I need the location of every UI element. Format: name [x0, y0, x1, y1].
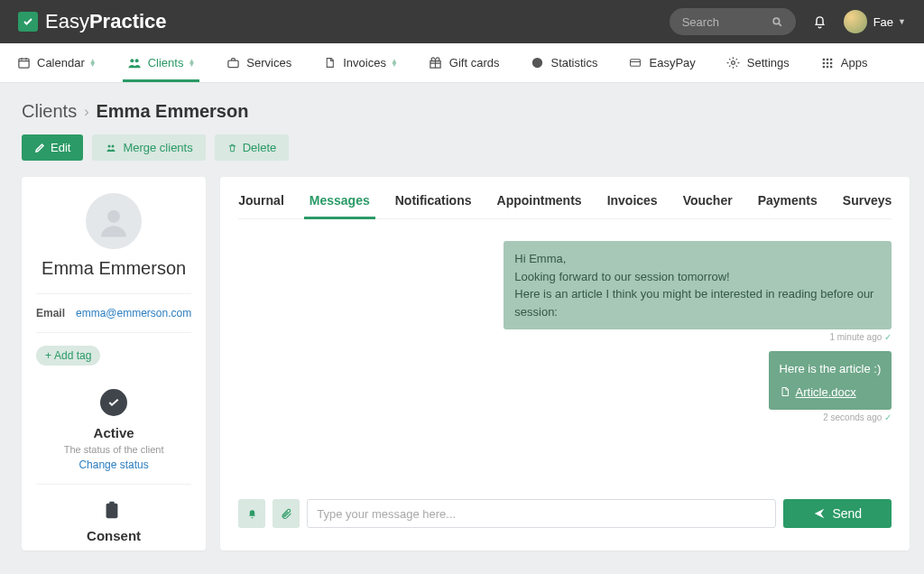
breadcrumb-root[interactable]: Clients — [22, 101, 77, 122]
tabs: Journal Messages Notifications Appointme… — [238, 188, 892, 219]
svg-point-7 — [732, 61, 735, 65]
email-label: Email — [36, 307, 76, 319]
logo[interactable]: EasyPractice — [18, 10, 167, 33]
sort-icon: ▲▼ — [89, 60, 97, 67]
svg-rect-4 — [228, 60, 238, 68]
piechart-icon — [530, 56, 544, 70]
nav-label: Apps — [841, 56, 868, 69]
nav-easypay[interactable]: EasyPay — [628, 43, 695, 82]
change-status-link[interactable]: Change status — [36, 458, 191, 471]
apps-icon — [820, 56, 835, 70]
nav-clients[interactable]: Clients ▲▼ — [127, 43, 196, 82]
nav-apps[interactable]: Apps — [820, 43, 868, 82]
add-tag-label: Add tag — [54, 349, 91, 362]
svg-point-17 — [108, 144, 111, 147]
send-label: Send — [832, 506, 862, 521]
nav-statistics[interactable]: Statistics — [530, 43, 597, 82]
merge-label: Merge clients — [123, 141, 192, 154]
tab-voucher[interactable]: Voucher — [683, 188, 733, 218]
svg-rect-15 — [827, 65, 828, 67]
delivered-check-icon: ✓ — [884, 412, 892, 422]
chevron-down-icon: ▼ — [898, 17, 906, 26]
nav-label: Statistics — [550, 56, 597, 69]
svg-rect-11 — [823, 61, 825, 63]
search-input[interactable]: Search — [670, 8, 796, 35]
paperclip-icon — [281, 508, 292, 520]
svg-point-0 — [773, 18, 780, 24]
tab-messages[interactable]: Messages — [310, 188, 370, 218]
tab-payments[interactable]: Payments — [758, 188, 818, 218]
send-button[interactable]: Send — [783, 499, 892, 528]
user-menu[interactable]: Fae ▼ — [844, 10, 906, 33]
topbar: EasyPractice Search Fae ▼ — [0, 0, 924, 43]
nav-label: EasyPay — [649, 56, 695, 69]
svg-rect-9 — [827, 58, 828, 60]
edit-button[interactable]: Edit — [22, 134, 83, 161]
reminder-button[interactable] — [238, 499, 265, 528]
file-icon — [780, 385, 790, 398]
nav-services[interactable]: Services — [226, 43, 291, 82]
nav-label: Clients — [148, 56, 184, 69]
msg-line: Looking forward to our session tomorrow! — [514, 268, 881, 286]
email-value[interactable]: emma@emmerson.com — [76, 307, 191, 319]
client-sidebar: Emma Emmerson Email emma@emmerson.com +A… — [22, 177, 206, 551]
attachment-name: Article.docx — [796, 384, 856, 402]
message-1: Hi Emma, Looking forward to our session … — [504, 241, 892, 342]
svg-rect-13 — [830, 61, 832, 63]
message-bubble: Hi Emma, Looking forward to our session … — [504, 241, 892, 329]
svg-rect-21 — [109, 502, 115, 505]
gear-icon — [726, 56, 741, 70]
gift-icon — [429, 56, 443, 70]
check-circle-icon — [100, 389, 127, 416]
nav-label: Services — [246, 56, 291, 69]
avatar — [844, 10, 867, 33]
svg-rect-8 — [823, 58, 825, 60]
nav-calendar[interactable]: Calendar ▲▼ — [16, 43, 97, 82]
svg-rect-16 — [830, 65, 832, 67]
sort-icon: ▲▼ — [391, 60, 398, 67]
card-icon — [628, 56, 642, 70]
clients-icon — [127, 56, 142, 70]
main-nav: Calendar ▲▼ Clients ▲▼ Services Invoices… — [0, 43, 924, 83]
tab-journal[interactable]: Journal — [238, 188, 284, 218]
message-meta: 2 seconds ago ✓ — [823, 412, 892, 422]
delete-label: Delete — [243, 141, 277, 154]
nav-label: Invoices — [343, 56, 386, 69]
clipboard-icon — [102, 499, 125, 523]
chevron-right-icon: › — [84, 104, 88, 120]
attachment[interactable]: Article.docx — [780, 384, 882, 402]
tab-invoices[interactable]: Invoices — [607, 188, 658, 218]
user-name: Fae — [873, 15, 893, 29]
message-bubble: Here is the article :) Article.docx — [769, 351, 892, 410]
meta-time: 2 seconds ago — [823, 412, 882, 422]
send-icon — [813, 507, 826, 520]
svg-point-3 — [134, 59, 138, 62]
notifications-icon[interactable] — [812, 14, 827, 30]
msg-line: Hi Emma, — [514, 250, 881, 268]
nav-label: Settings — [747, 56, 790, 69]
client-consent: Consent — [87, 499, 141, 543]
svg-point-19 — [107, 210, 120, 223]
client-email-row: Email emma@emmerson.com — [36, 294, 191, 333]
message-input[interactable] — [307, 499, 776, 528]
merge-button[interactable]: Merge clients — [92, 134, 205, 161]
nav-invoices[interactable]: Invoices ▲▼ — [322, 43, 398, 82]
tab-surveys[interactable]: Surveys — [843, 188, 892, 218]
add-tag-button[interactable]: +Add tag — [36, 346, 100, 366]
action-row: Edit Merge clients Delete — [22, 134, 902, 161]
tab-notifications[interactable]: Notifications — [395, 188, 472, 218]
client-avatar — [86, 193, 142, 249]
tab-appointments[interactable]: Appointments — [497, 188, 582, 218]
nav-label: Gift cards — [449, 56, 500, 69]
svg-rect-14 — [823, 65, 825, 67]
consent-title: Consent — [87, 528, 141, 543]
edit-label: Edit — [51, 141, 70, 154]
bell-icon — [246, 508, 258, 520]
msg-line: Here is an article I think you might be … — [514, 285, 881, 320]
delete-button[interactable]: Delete — [215, 134, 290, 161]
nav-giftcards[interactable]: Gift cards — [429, 43, 500, 82]
nav-settings[interactable]: Settings — [726, 43, 790, 82]
attach-button[interactable] — [273, 499, 300, 528]
brand-bold: Practice — [89, 10, 167, 33]
svg-rect-20 — [106, 504, 118, 519]
